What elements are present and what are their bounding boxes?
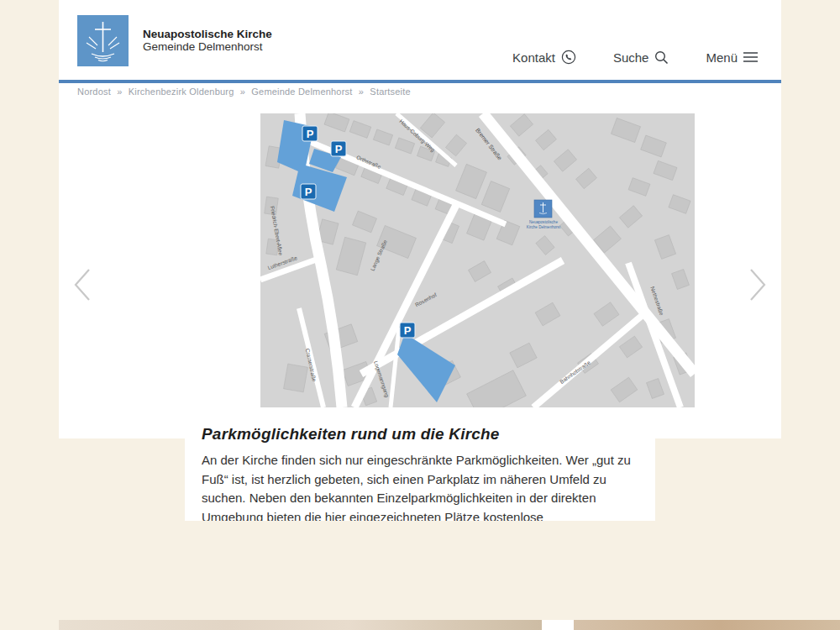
brand-name: Neuapostolische Kirche (143, 28, 272, 40)
svg-text:P: P (307, 128, 314, 140)
article-text: An der Kirche finden sich nur eingeschrä… (202, 451, 640, 521)
breadcrumb: Nordost » Kirchenbezirk Oldenburg » Geme… (77, 87, 414, 97)
parking-map[interactable]: Friedrich-Ebert-Allee Lutherstraße Orths… (260, 113, 695, 407)
chevron-left-icon (72, 267, 92, 302)
gallery-gap (542, 620, 574, 630)
gallery-photo-left[interactable] (59, 620, 542, 630)
church-cross-icon (77, 15, 129, 66)
carousel-prev-button[interactable] (72, 267, 92, 302)
accent-divider (59, 80, 781, 83)
svg-text:P: P (404, 324, 412, 337)
breadcrumb-link-nordost[interactable]: Nordost (77, 87, 111, 97)
breadcrumb-link-gemeinde[interactable]: Gemeinde Delmenhorst (251, 87, 352, 97)
content-card: Neuapostolische Kirche Gemeinde Delmenho… (59, 0, 781, 438)
breadcrumb-link-kirchenbezirk[interactable]: Kirchenbezirk Oldenburg (129, 87, 234, 97)
parking-marker[interactable]: P (400, 323, 415, 338)
nav-menue[interactable]: Menü (706, 50, 758, 65)
brand-subtitle: Gemeinde Delmenhorst (143, 40, 272, 53)
svg-text:P: P (335, 143, 343, 155)
nav-suche[interactable]: Suche (613, 50, 669, 65)
parking-marker[interactable]: P (302, 126, 318, 141)
church-logo[interactable] (77, 15, 129, 66)
nav-suche-label: Suche (613, 50, 649, 65)
article-title: Parkmöglichkeiten rund um die Kirche (202, 425, 640, 444)
nav-kontakt-label: Kontakt (512, 50, 555, 65)
breadcrumb-separator: » (359, 87, 364, 97)
parking-marker[interactable]: P (331, 141, 346, 156)
breadcrumb-separator: » (117, 87, 122, 97)
nav-menue-label: Menü (706, 50, 738, 65)
slide-caption: Parkmöglichkeiten rund um die Kirche An … (185, 420, 655, 521)
site-title: Neuapostolische Kirche Gemeinde Delmenho… (143, 28, 272, 53)
nav-kontakt[interactable]: Kontakt (512, 50, 576, 65)
chevron-right-icon (748, 267, 768, 302)
phone-icon (561, 50, 576, 65)
main-nav: Kontakt Suche Menü (512, 50, 758, 65)
carousel-next-button[interactable] (748, 267, 768, 302)
svg-text:P: P (305, 186, 312, 198)
breadcrumb-current-startseite[interactable]: Startseite (370, 87, 410, 97)
gallery-photo-right[interactable] (574, 620, 840, 630)
parking-marker[interactable]: P (301, 184, 316, 199)
menu-icon (743, 51, 758, 63)
church-marker-label: Kirche Delmenhorst (527, 225, 561, 229)
breadcrumb-separator: » (240, 87, 245, 97)
search-icon (654, 50, 669, 65)
church-marker-label: Neuapostolische (529, 220, 558, 224)
